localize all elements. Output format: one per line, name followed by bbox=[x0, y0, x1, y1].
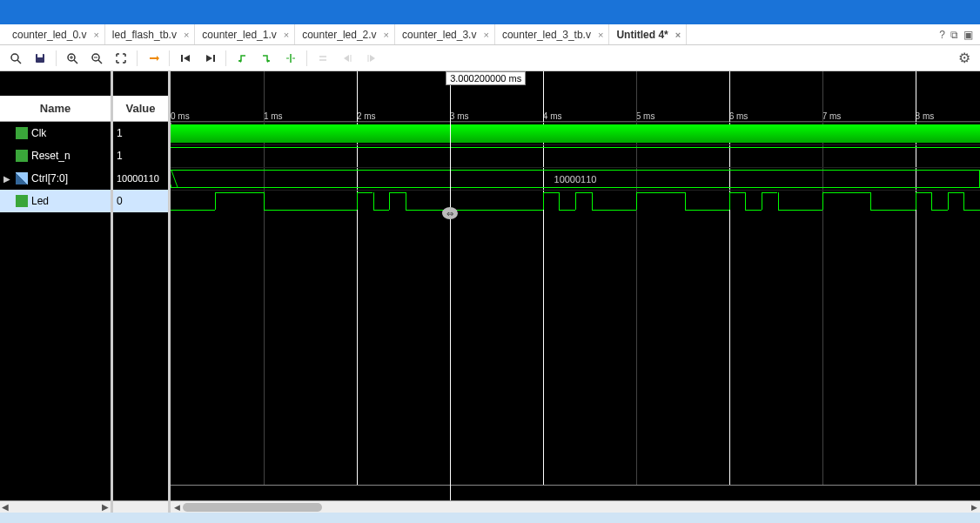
signal-icon bbox=[16, 127, 28, 139]
signal-value-panel: Value 1 1 10000110 0 bbox=[113, 71, 171, 513]
svg-marker-17 bbox=[238, 59, 241, 63]
cursor-time-label: 3.000200000 ms bbox=[446, 71, 526, 85]
ruler-tick: 0 ms bbox=[171, 111, 190, 121]
svg-marker-25 bbox=[370, 55, 375, 62]
zoom-out-button[interactable] bbox=[86, 48, 107, 69]
ruler-tick: 2 ms bbox=[357, 111, 376, 121]
next-transition-button[interactable] bbox=[256, 48, 277, 69]
value-column-header[interactable]: Value bbox=[113, 96, 168, 122]
close-icon[interactable]: × bbox=[184, 30, 189, 40]
tab-untitled-4[interactable]: Untitled 4*× bbox=[611, 24, 687, 44]
value-row[interactable]: 0 bbox=[113, 190, 168, 212]
svg-marker-14 bbox=[184, 55, 190, 62]
prev-marker-button bbox=[337, 48, 358, 69]
horizontal-scrollbar[interactable]: ◀ ▶ bbox=[171, 500, 980, 513]
tab-led-flash-tb[interactable]: led_flash_tb.v× bbox=[107, 24, 196, 44]
save-button[interactable] bbox=[30, 48, 50, 69]
run-button[interactable] bbox=[199, 48, 220, 69]
signal-row-clk[interactable]: Clk bbox=[0, 122, 111, 144]
tab-counter-led-2[interactable]: counter_led_2.v× bbox=[297, 24, 395, 44]
signal-name: Clk bbox=[31, 127, 46, 139]
wave-led[interactable] bbox=[171, 190, 980, 212]
value-row[interactable]: 10000110 bbox=[113, 167, 168, 190]
svg-rect-13 bbox=[181, 55, 183, 62]
value-row[interactable]: 1 bbox=[113, 144, 168, 167]
close-icon[interactable]: × bbox=[675, 30, 681, 40]
signal-value: 10000110 bbox=[117, 173, 159, 184]
scroll-right-icon[interactable]: ▶ bbox=[968, 501, 980, 513]
tab-label: counter_led_3_tb.v bbox=[502, 29, 591, 41]
ruler-tick: 6 ms bbox=[729, 111, 748, 121]
tab-counter-led-1[interactable]: counter_led_1.v× bbox=[197, 24, 295, 44]
scrollbar-thumb[interactable] bbox=[183, 503, 322, 512]
time-ruler[interactable]: 0 ms 1 ms 2 ms 3 ms 4 ms 5 ms 6 ms 7 ms … bbox=[171, 96, 980, 122]
tab-label: Untitled 4* bbox=[616, 29, 668, 41]
search-button[interactable] bbox=[5, 48, 26, 69]
maximize-icon[interactable]: ⧉ bbox=[950, 29, 958, 41]
restart-button[interactable] bbox=[175, 48, 196, 69]
wave-rows: 10000110 bbox=[171, 122, 980, 212]
next-marker-button bbox=[361, 48, 382, 69]
ruler-tick: 1 ms bbox=[264, 111, 283, 121]
settings-button[interactable]: ⚙ bbox=[954, 48, 975, 69]
go-to-cursor-button[interactable] bbox=[143, 48, 164, 69]
help-icon[interactable]: ? bbox=[939, 29, 945, 41]
expand-icon[interactable]: ▶ bbox=[3, 174, 16, 184]
tab-label: counter_led_2.v bbox=[302, 29, 376, 41]
wave-footer bbox=[171, 485, 980, 500]
waveform-canvas[interactable]: 3.000200000 ms 0 ms 1 ms 2 ms 3 ms 4 ms … bbox=[171, 71, 980, 513]
signal-value: 1 bbox=[117, 127, 123, 139]
svg-line-10 bbox=[98, 60, 102, 64]
time-cursor[interactable] bbox=[450, 84, 451, 500]
signal-name: Ctrl[7:0] bbox=[31, 172, 68, 184]
close-icon[interactable]: × bbox=[284, 30, 289, 40]
signal-name: Led bbox=[31, 195, 49, 207]
close-icon[interactable]: × bbox=[93, 30, 98, 40]
tab-actions: ? ⧉ ▣ bbox=[939, 29, 980, 41]
ruler-tick: 4 ms bbox=[543, 111, 562, 121]
cursor-handle-icon[interactable]: ⇔ bbox=[442, 207, 458, 219]
bus-value-label: 10000110 bbox=[554, 174, 597, 184]
svg-marker-15 bbox=[206, 55, 212, 62]
signal-icon bbox=[16, 195, 28, 207]
close-icon[interactable]: × bbox=[483, 30, 488, 40]
svg-rect-16 bbox=[213, 55, 215, 62]
name-panel-scrollbar[interactable]: ◀▶ bbox=[0, 500, 111, 513]
led-waveform bbox=[171, 191, 980, 212]
svg-line-1 bbox=[17, 60, 21, 64]
window-titlebar bbox=[0, 0, 980, 24]
signal-icon bbox=[16, 172, 28, 184]
value-row[interactable]: 1 bbox=[113, 122, 168, 144]
close-icon[interactable]: × bbox=[598, 30, 603, 40]
signal-row-led[interactable]: Led bbox=[0, 190, 111, 212]
signal-row-reset-n[interactable]: Reset_n bbox=[0, 144, 111, 167]
tab-counter-led-0[interactable]: counter_led_0.v× bbox=[7, 24, 105, 44]
value-panel-scrollbar[interactable] bbox=[113, 500, 168, 513]
scroll-right-icon[interactable]: ▶ bbox=[102, 502, 109, 512]
wave-clk[interactable] bbox=[171, 122, 980, 144]
wave-ctrl[interactable]: 10000110 bbox=[171, 167, 980, 190]
ruler-tick: 5 ms bbox=[636, 111, 655, 121]
tab-counter-led-3-tb[interactable]: counter_led_3_tb.v× bbox=[497, 24, 610, 44]
signal-name-panel: Name Clk Reset_n ▶Ctrl[7:0] Led ◀▶ bbox=[0, 71, 113, 513]
wave-reset-n[interactable] bbox=[171, 144, 980, 167]
tab-label: counter_led_3.v bbox=[402, 29, 476, 41]
editor-tabs: counter_led_0.v× led_flash_tb.v× counter… bbox=[0, 24, 980, 45]
add-marker-button[interactable] bbox=[280, 48, 301, 69]
svg-marker-12 bbox=[157, 56, 159, 61]
scroll-left-icon[interactable]: ◀ bbox=[171, 501, 183, 513]
close-icon[interactable]: × bbox=[384, 30, 389, 40]
prev-transition-button[interactable] bbox=[232, 48, 252, 69]
restore-icon[interactable]: ▣ bbox=[963, 29, 973, 41]
name-column-header[interactable]: Name bbox=[0, 96, 111, 122]
signal-value: 0 bbox=[117, 195, 123, 207]
tab-counter-led-3[interactable]: counter_led_3.v× bbox=[397, 24, 495, 44]
tab-label: led_flash_tb.v bbox=[112, 29, 177, 41]
zoom-in-button[interactable] bbox=[62, 48, 83, 69]
signal-row-ctrl[interactable]: ▶Ctrl[7:0] bbox=[0, 167, 111, 190]
zoom-fit-button[interactable] bbox=[111, 48, 131, 69]
waveform-toolbar: ⚙ bbox=[0, 45, 980, 71]
scroll-left-icon[interactable]: ◀ bbox=[2, 502, 9, 512]
svg-marker-18 bbox=[267, 59, 270, 63]
tab-label: counter_led_1.v bbox=[202, 29, 276, 41]
